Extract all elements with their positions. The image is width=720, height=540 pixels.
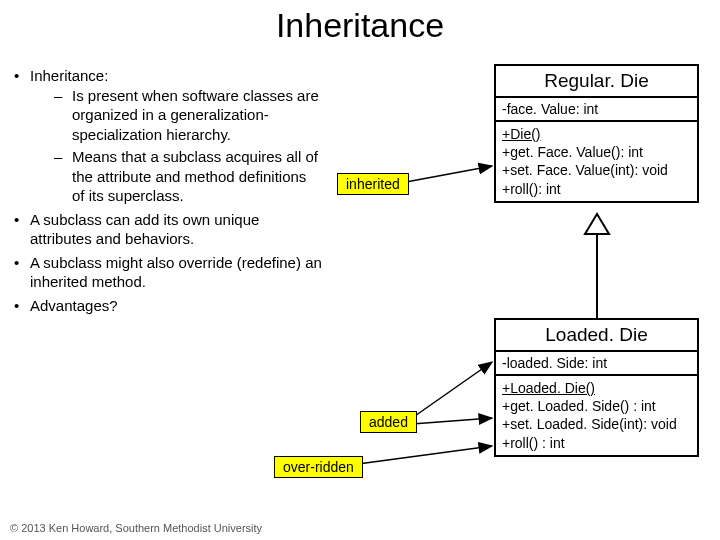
callout-added: added [360, 411, 417, 433]
bullet-1-text: Inheritance: [30, 67, 108, 84]
uml-op: +get. Face. Value(): int [502, 143, 691, 161]
uml-op: +Loaded. Die() [502, 379, 691, 397]
uml-class-regular-die: Regular. Die -face. Value: int +Die() +g… [494, 64, 699, 203]
copyright-footer: © 2013 Ken Howard, Southern Methodist Un… [10, 522, 262, 534]
slide-body: Inheritance: Is present when software cl… [12, 66, 708, 506]
uml-op: +set. Face. Value(int): void [502, 161, 691, 179]
bullet-list: Inheritance: Is present when software cl… [12, 66, 322, 319]
bullet-1-1-text: Is present when software classes are org… [72, 87, 319, 143]
bullet-1-2-text: Means that a subclass acquires all of th… [72, 148, 318, 204]
arrow-overridden-to-roll [358, 446, 492, 464]
uml-attributes: -face. Value: int [496, 98, 697, 122]
callout-inherited: inherited [337, 173, 409, 195]
bullet-4: Advantages? [12, 296, 322, 316]
uml-class-name: Loaded. Die [496, 320, 697, 352]
callout-overridden: over-ridden [274, 456, 363, 478]
arrow-inherited-to-regular [406, 166, 492, 182]
uml-op: +Die() [502, 125, 691, 143]
uml-class-name: Regular. Die [496, 66, 697, 98]
uml-op: +set. Loaded. Side(int): void [502, 415, 691, 433]
bullet-2: A subclass can add its own unique attrib… [12, 210, 322, 249]
uml-attr: -face. Value: int [502, 101, 691, 117]
uml-operations: +Die() +get. Face. Value(): int +set. Fa… [496, 122, 697, 201]
bullet-4-text: Advantages? [30, 297, 118, 314]
uml-op: +roll(): int [502, 180, 691, 198]
uml-attr: -loaded. Side: int [502, 355, 691, 371]
uml-attributes: -loaded. Side: int [496, 352, 697, 376]
bullet-1-2: Means that a subclass acquires all of th… [54, 147, 322, 206]
slide-title: Inheritance [0, 0, 720, 45]
bullet-2-text: A subclass can add its own unique attrib… [30, 211, 259, 248]
uml-class-loaded-die: Loaded. Die -loaded. Side: int +Loaded. … [494, 318, 699, 457]
arrow-added-to-loaded-ops [412, 418, 492, 424]
uml-op: +get. Loaded. Side() : int [502, 397, 691, 415]
generalization-arrowhead-icon [585, 214, 609, 234]
bullet-3: A subclass might also override (redefine… [12, 253, 322, 292]
uml-op: +roll() : int [502, 434, 691, 452]
arrow-added-to-loaded-attr [412, 362, 492, 418]
uml-operations: +Loaded. Die() +get. Loaded. Side() : in… [496, 376, 697, 455]
bullet-1-1: Is present when software classes are org… [54, 86, 322, 145]
bullet-1: Inheritance: Is present when software cl… [12, 66, 322, 206]
bullet-3-text: A subclass might also override (redefine… [30, 254, 322, 291]
